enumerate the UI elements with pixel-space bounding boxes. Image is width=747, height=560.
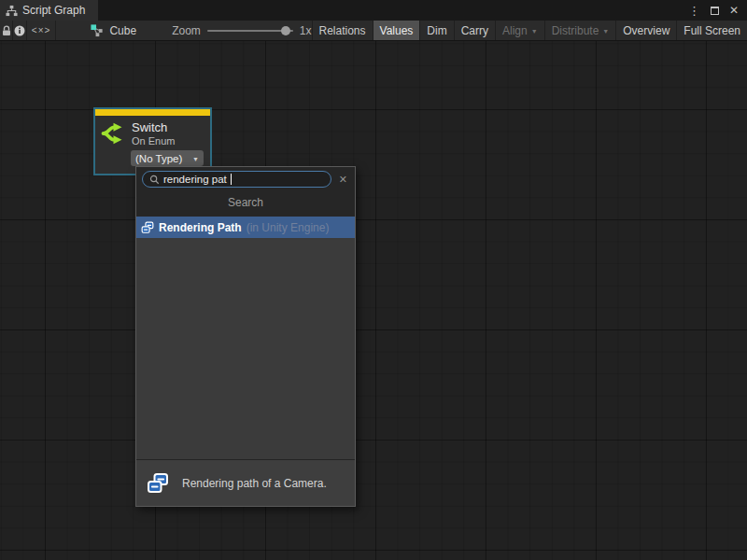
lock-button[interactable] [0, 21, 13, 40]
finder-result-row[interactable]: Rendering Path (in Unity Engine) [136, 217, 355, 238]
carry-button[interactable]: Carry [454, 21, 495, 40]
finder-results-list[interactable] [136, 238, 355, 459]
clear-search-button[interactable]: ✕ [336, 174, 350, 186]
zoom-value: 1x [300, 24, 312, 37]
info-icon [14, 25, 25, 36]
chevron-down-icon: ▼ [192, 156, 199, 162]
zoom-slider-handle[interactable] [281, 26, 290, 35]
chevron-down-icon: ▼ [531, 28, 538, 35]
fuzzy-finder-popup: rendering pat ✕ Search Rendering Path (i… [135, 166, 356, 507]
window-controls: ⋮ ✕ [688, 0, 747, 21]
node-warning-bar [95, 109, 210, 116]
script-graph-window: Script Graph ⋮ ✕ [0, 0, 747, 560]
chevron-down-icon: ▼ [602, 28, 609, 35]
titlebar: Script Graph ⋮ ✕ [0, 0, 747, 21]
graph-breadcrumb-cube[interactable]: Cube [80, 21, 146, 40]
result-name: Rendering Path [159, 221, 242, 234]
finder-description-text: Rendering path of a Camera. [182, 477, 327, 490]
type-dropdown-value: (No Type) [135, 153, 182, 164]
more-menu-icon[interactable]: ⋮ [688, 5, 700, 17]
close-icon[interactable]: ✕ [729, 5, 739, 16]
node-titles: Switch On Enum [132, 120, 175, 147]
zoom-label: Zoom [172, 24, 201, 37]
type-dropdown[interactable]: (No Type) ▼ [131, 150, 204, 166]
zoom-control: Zoom 1x [172, 21, 311, 40]
search-input[interactable]: rendering pat [142, 171, 331, 188]
zoom-slider[interactable] [207, 30, 293, 32]
script-graph-icon [6, 5, 18, 17]
node-subtitle: On Enum [132, 135, 175, 147]
graph-toolbar: <×> Cube Zoom 1x Relations [0, 21, 747, 41]
overview-button[interactable]: Overview [615, 21, 676, 40]
graph-canvas[interactable]: Switch On Enum (No Type) ▼ [0, 41, 747, 560]
distribute-dropdown-button[interactable]: Distribute ▼ [544, 21, 616, 40]
result-context: (in Unity Engine) [247, 221, 330, 234]
search-row: rendering pat ✕ [136, 167, 355, 188]
relations-button[interactable]: Relations [312, 21, 373, 40]
search-query-text: rendering pat [163, 174, 227, 185]
search-icon [149, 175, 160, 185]
align-dropdown-button[interactable]: Align ▼ [495, 21, 544, 40]
tab-title: Script Graph [22, 4, 85, 17]
tab-script-graph[interactable]: Script Graph [0, 0, 98, 21]
code-preview-button[interactable]: <×> [27, 21, 57, 40]
finder-section-header: Search [136, 188, 355, 217]
enum-icon-large [147, 472, 169, 495]
node-body: Switch On Enum [95, 116, 210, 148]
toolbar-buttons: Relations Values Dim Carry Align ▼ Distr… [312, 21, 747, 40]
graph-node-icon [90, 23, 104, 37]
branch-icon [100, 121, 126, 146]
full-screen-button[interactable]: Full Screen [676, 21, 747, 40]
lock-icon [1, 25, 12, 36]
text-caret [231, 174, 232, 185]
node-title: Switch [132, 120, 175, 134]
dim-button[interactable]: Dim [419, 21, 453, 40]
info-button[interactable] [13, 21, 26, 40]
finder-description-panel: Rendering path of a Camera. [136, 459, 355, 506]
enum-icon [141, 221, 154, 234]
graph-ref-label: Cube [109, 24, 136, 37]
values-button[interactable]: Values [373, 21, 420, 40]
code-icon: <×> [32, 25, 51, 35]
maximize-icon[interactable] [711, 7, 719, 15]
